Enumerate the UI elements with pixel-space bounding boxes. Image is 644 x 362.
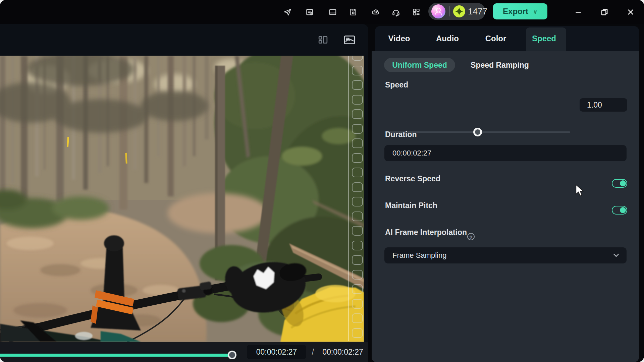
filmstrip-frame[interactable] — [352, 299, 363, 309]
speed-value-field[interactable]: 1.00 — [580, 98, 627, 112]
properties-panel: Video Audio Color Speed Uniform Speed Sp… — [372, 24, 639, 362]
filmstrip-frame[interactable] — [352, 270, 363, 280]
titlebar: 1477 Export∨ — [0, 0, 644, 24]
help-icon[interactable]: ? — [467, 233, 475, 240]
filmstrip-frame[interactable] — [352, 241, 363, 250]
player-bar: 00:00:02:27 / 00:00:02:27 — [0, 342, 368, 362]
toggle-knob — [620, 207, 626, 213]
ai-frame-interpolation-label: AI Frame Interpolation — [385, 228, 467, 237]
send-icon[interactable] — [280, 5, 295, 19]
minimize-button[interactable] — [570, 4, 586, 20]
cloud-upload-icon[interactable] — [368, 5, 383, 19]
avatar[interactable] — [431, 4, 445, 18]
close-button[interactable] — [623, 4, 639, 20]
total-time: 00:00:02:27 — [317, 345, 368, 359]
chevron-down-icon — [613, 253, 619, 257]
account-pill[interactable]: 1477 — [428, 3, 485, 20]
video-frame[interactable] — [0, 56, 364, 342]
filmstrip-frame[interactable] — [352, 95, 363, 105]
duration-field[interactable]: 00:00:02:27 — [384, 145, 627, 161]
filmstrip-frame[interactable] — [352, 226, 363, 236]
filmstrip-frame[interactable] — [352, 66, 363, 75]
filmstrip-frame[interactable] — [352, 255, 363, 265]
app-window: 1477 Export∨ — [0, 0, 644, 362]
speed-slider-knob[interactable] — [473, 128, 482, 136]
divider — [449, 6, 450, 16]
save-icon[interactable] — [346, 5, 361, 19]
panel-tabbar: Video Audio Color Speed — [375, 26, 639, 51]
filmstrip-frame[interactable] — [352, 124, 363, 134]
gallery-view-icon[interactable] — [316, 33, 330, 47]
mode-tab-speed-ramping[interactable]: Speed Ramping — [463, 58, 537, 72]
layout-icon[interactable] — [325, 5, 340, 19]
maintain-pitch-label: Maintain Pitch — [385, 201, 437, 210]
credits-count: 1477 — [468, 3, 487, 20]
tab-speed[interactable]: Speed — [520, 26, 568, 51]
interpolation-value: Frame Sampling — [392, 251, 446, 259]
filmstrip-frame[interactable] — [352, 109, 363, 119]
seekbar-fill[interactable] — [0, 354, 232, 357]
filmstrip-frame[interactable] — [352, 284, 363, 294]
apps-grid-icon[interactable] — [409, 5, 424, 19]
tab-audio[interactable]: Audio — [423, 26, 472, 51]
headset-icon[interactable] — [388, 5, 403, 19]
filmstrip-divider — [348, 56, 349, 341]
duration-label: Duration — [385, 130, 417, 139]
reverse-speed-label: Reverse Speed — [385, 174, 440, 183]
reverse-speed-toggle[interactable] — [612, 179, 627, 188]
tab-video[interactable]: Video — [375, 26, 423, 51]
filmstrip-frame[interactable] — [352, 212, 363, 221]
filmstrip-frame[interactable] — [352, 328, 363, 338]
filmstrip-frame[interactable] — [352, 168, 363, 177]
filmstrip — [352, 56, 363, 342]
panel-body: Uniform Speed Speed Ramping Speed 1.00 D… — [372, 51, 639, 362]
elapsed-time: 00:00:02:27 — [247, 345, 306, 359]
export-button[interactable]: Export∨ — [493, 3, 547, 19]
filmstrip-frame[interactable] — [352, 56, 363, 61]
restore-button[interactable] — [596, 4, 612, 20]
maintain-pitch-toggle[interactable] — [612, 206, 627, 215]
preview-pane: 00:00:02:27 / 00:00:02:27 — [0, 24, 368, 362]
seekbar-knob[interactable] — [228, 351, 236, 359]
filmstrip-frame[interactable] — [352, 197, 363, 206]
mode-tab-uniform-speed[interactable]: Uniform Speed — [384, 58, 455, 72]
tab-color[interactable]: Color — [472, 26, 520, 51]
filmstrip-frame[interactable] — [352, 138, 363, 148]
filmstrip-frame[interactable] — [352, 80, 363, 90]
project-icon[interactable] — [302, 5, 317, 19]
export-label: Export — [503, 7, 528, 16]
filmstrip-frame[interactable] — [352, 182, 363, 192]
filmstrip-frame[interactable] — [352, 153, 363, 163]
speed-label: Speed — [385, 80, 408, 89]
time-separator: / — [309, 345, 317, 359]
scopes-icon[interactable] — [342, 33, 357, 47]
credits-coin-icon — [453, 5, 465, 17]
filmstrip-frame[interactable] — [352, 313, 363, 323]
interpolation-dropdown[interactable]: Frame Sampling — [384, 247, 627, 263]
chevron-down-icon: ∨ — [533, 8, 538, 15]
toggle-knob — [620, 180, 626, 186]
mouse-cursor — [575, 184, 585, 197]
